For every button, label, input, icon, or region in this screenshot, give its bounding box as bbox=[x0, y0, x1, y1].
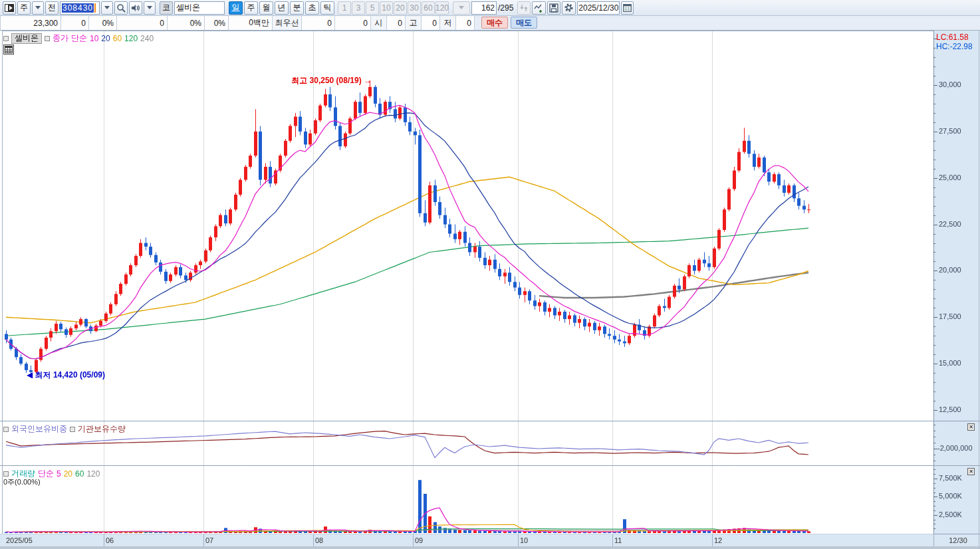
week-mode-dropdown[interactable] bbox=[32, 1, 44, 15]
legend-ma-type: 단순 bbox=[71, 33, 87, 44]
legend-vol-ma60: 60 bbox=[75, 469, 84, 479]
low-label: 저 bbox=[440, 16, 456, 30]
save-chart-button[interactable] bbox=[547, 1, 560, 15]
minute-button-60: 60 bbox=[422, 1, 435, 15]
legend-vol-ma5: 5 bbox=[57, 469, 61, 479]
month-axis-label: 2025/05 bbox=[6, 536, 33, 544]
main-chart-legend: 셀비온 종가 단순 10 20 60 120 240 bbox=[3, 33, 154, 44]
calendar-icon bbox=[623, 3, 632, 12]
stock-chart-window: 주 전 308430 코 셀비온 일주월년분초틱 13510203060120 bbox=[0, 0, 980, 549]
stock-name-chip[interactable]: 셀비온 bbox=[11, 33, 42, 44]
grid-icon bbox=[5, 46, 13, 53]
open-label: 시 bbox=[371, 16, 387, 30]
price-tick-label: 27,500 bbox=[939, 127, 961, 135]
minute-button-20: 20 bbox=[394, 1, 407, 15]
period-button-년[interactable]: 년 bbox=[275, 1, 289, 15]
stock-code-value: 308430 bbox=[62, 3, 94, 13]
chart-date-input[interactable]: 2025/12/30 bbox=[577, 1, 620, 15]
sell-button[interactable]: 매도 bbox=[511, 17, 537, 29]
period-button-초[interactable]: 초 bbox=[305, 1, 319, 15]
stock-name-field[interactable]: 셀비온 bbox=[174, 1, 225, 15]
stock-code-dropdown[interactable] bbox=[101, 1, 113, 15]
stock-code-input[interactable]: 308430 bbox=[60, 1, 100, 15]
price-tick-label: 20,000 bbox=[939, 266, 961, 274]
calendar-button[interactable] bbox=[621, 1, 634, 15]
legend-vol-ma20: 20 bbox=[64, 469, 72, 479]
period-button-틱[interactable]: 틱 bbox=[320, 1, 334, 15]
low-price: 0 bbox=[456, 16, 475, 30]
legend-ma10: 10 bbox=[90, 34, 98, 43]
legend-foreign-ratio: 외국인보유비중 bbox=[11, 423, 67, 435]
search-icon bbox=[116, 3, 126, 13]
price-tick-label: 30,000 bbox=[939, 80, 961, 88]
buy-button[interactable]: 매수 bbox=[481, 17, 508, 29]
double-arrow-icon bbox=[519, 3, 529, 13]
minute-button-group: 13510203060120 bbox=[337, 1, 449, 15]
chevron-down-icon bbox=[104, 6, 110, 9]
legend-toggle-icon[interactable] bbox=[3, 427, 9, 432]
annotation-highest-price: 최고 30,250 (08/19) → bbox=[232, 75, 372, 86]
high-label: 고 bbox=[406, 16, 422, 30]
period-button-분[interactable]: 분 bbox=[290, 1, 304, 15]
price-change: 0 bbox=[61, 16, 89, 30]
open-price: 0 bbox=[387, 16, 406, 30]
legend-vol-ma120: 120 bbox=[86, 469, 100, 479]
minute-button-10: 10 bbox=[380, 1, 393, 15]
bar-total-label: /295 bbox=[498, 3, 513, 13]
period-button-주[interactable]: 주 bbox=[244, 1, 258, 15]
month-axis-label: 07 bbox=[205, 536, 213, 544]
period-button-일[interactable]: 일 bbox=[229, 1, 243, 15]
price-tick-label: 17,500 bbox=[939, 312, 961, 320]
arrow-right-icon: → bbox=[364, 76, 372, 85]
legend-ma20: 20 bbox=[101, 34, 110, 43]
price-tick-label: 15,000 bbox=[939, 359, 961, 367]
minute-button-1: 1 bbox=[338, 1, 351, 15]
volume-pct: 0% bbox=[168, 16, 205, 30]
chevron-down-icon bbox=[147, 6, 152, 9]
last-date-label: 12/30 bbox=[939, 536, 977, 544]
legend-toggle-icon[interactable] bbox=[3, 471, 9, 477]
legend-toggle-icon[interactable] bbox=[45, 36, 50, 41]
holdings-tick-label: -2,000,000 bbox=[937, 444, 973, 452]
speaker-icon bbox=[131, 4, 140, 12]
week-mode-button[interactable]: 주 bbox=[17, 1, 31, 15]
month-axis-label: 12 bbox=[714, 536, 722, 544]
close-panel-button[interactable]: ✕ bbox=[967, 423, 975, 431]
sound-alert-button[interactable] bbox=[129, 1, 142, 15]
legend-ma120: 120 bbox=[124, 34, 138, 43]
data-table-button[interactable] bbox=[3, 45, 14, 55]
price-info-bar: 23,300 0 0% 0 0% 0% 0백만 최우선 0 0 시 0 고 0 … bbox=[0, 16, 980, 31]
add-trendline-button[interactable] bbox=[532, 1, 546, 15]
stock-chart-canvas[interactable] bbox=[0, 31, 980, 549]
interval-dropdown-disabled bbox=[453, 1, 470, 15]
legend-ma240: 240 bbox=[140, 34, 154, 43]
month-axis-label: 11 bbox=[614, 536, 622, 544]
legend-price-type: 종가 bbox=[53, 33, 68, 44]
period-button-월[interactable]: 월 bbox=[259, 1, 273, 15]
gear-icon bbox=[564, 3, 574, 13]
arrow-left-icon: ◀ bbox=[27, 370, 33, 380]
scroll-bars-button-disabled bbox=[517, 1, 531, 15]
legend-toggle-icon[interactable] bbox=[70, 427, 75, 432]
toolbar: 주 전 308430 코 셀비온 일주월년분초틱 13510203060120 bbox=[0, 0, 980, 16]
best-quote-label: 최우선 bbox=[273, 16, 302, 30]
legend-toggle-icon[interactable] bbox=[3, 36, 9, 41]
panel-toggle-icon bbox=[5, 4, 14, 12]
close-panel-button[interactable]: ✕ bbox=[967, 468, 975, 475]
prev-stock-button[interactable]: 전 bbox=[45, 1, 59, 15]
minute-button-30: 30 bbox=[408, 1, 421, 15]
sub-panel-foreign-legend: 외국인보유비중 기관보유수량 bbox=[3, 423, 126, 435]
annotation-lowest-price: ◀ 최저 14,420 (05/09) bbox=[27, 370, 105, 381]
chart-settings-button[interactable] bbox=[562, 1, 576, 15]
price-tick-label: 22,500 bbox=[939, 220, 961, 228]
volume-current-value: 0주(0.00%) bbox=[3, 477, 41, 487]
best-ask: 0 bbox=[335, 16, 371, 30]
text-caret bbox=[94, 3, 96, 13]
code-prefix-chip: 코 bbox=[160, 1, 173, 15]
bar-count-input[interactable]: 162 bbox=[471, 1, 497, 15]
minute-button-3: 3 bbox=[352, 1, 365, 15]
stock-search-button[interactable] bbox=[114, 1, 128, 15]
legend-institution-holdings: 기관보유수량 bbox=[78, 423, 126, 435]
panel-toggle-button[interactable] bbox=[3, 1, 16, 15]
sound-alert-dropdown[interactable] bbox=[144, 1, 156, 15]
